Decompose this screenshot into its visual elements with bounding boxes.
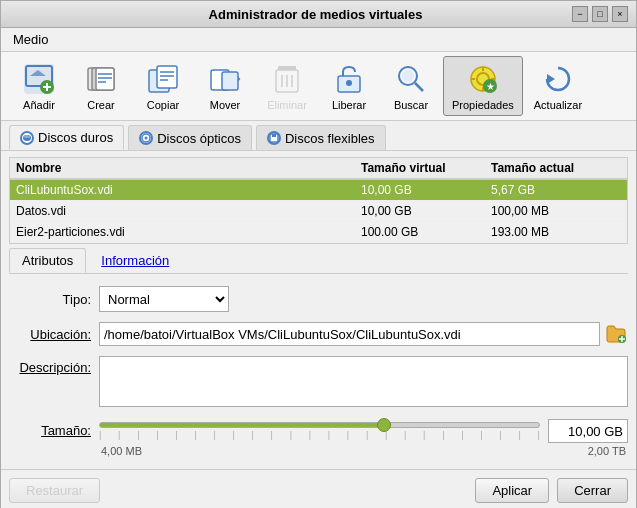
descripcion-label: Descripción: xyxy=(9,356,99,375)
svg-point-24 xyxy=(346,80,352,86)
floppy-icon xyxy=(267,131,281,145)
free-icon xyxy=(331,61,367,97)
add-icon xyxy=(21,61,57,97)
table-row[interactable]: Eier2-particiones.vdi 100.00 GB 193.00 M… xyxy=(10,222,627,243)
row2-name: Datos.vdi xyxy=(16,204,361,218)
table-row[interactable]: Datos.vdi 10,00 GB 100,00 MB xyxy=(10,201,627,222)
remove-icon xyxy=(269,61,305,97)
search-label: Buscar xyxy=(394,99,428,111)
props-icon: ★ xyxy=(465,61,501,97)
col-virtual: Tamaño virtual xyxy=(361,161,491,175)
table-header: Nombre Tamaño virtual Tamaño actual xyxy=(9,157,628,179)
table-row[interactable]: CliLubuntuSox.vdi 10,00 GB 5,67 GB xyxy=(10,180,627,201)
titlebar: Administrador de medios virtuales − □ × xyxy=(1,1,636,28)
tab-discos-duros[interactable]: Discos duros xyxy=(9,125,124,150)
ubicacion-row: Ubicación: xyxy=(9,322,628,346)
slider-container: | | | | | | | | | | | | | xyxy=(99,422,540,440)
right-buttons: Aplicar Cerrar xyxy=(475,478,628,503)
ubicacion-label: Ubicación: xyxy=(9,327,99,342)
move-button[interactable]: Mover xyxy=(195,56,255,116)
media-tabs: Discos duros Discos ópticos Discos flexi… xyxy=(1,121,636,151)
svg-text:★: ★ xyxy=(485,81,494,92)
close-dialog-button[interactable]: Cerrar xyxy=(557,478,628,503)
col-nombre: Nombre xyxy=(16,161,361,175)
move-icon xyxy=(207,61,243,97)
remove-label: Eliminar xyxy=(267,99,307,111)
row3-name: Eier2-particiones.vdi xyxy=(16,225,361,239)
tab-discos-duros-label: Discos duros xyxy=(38,130,113,145)
bottom-bar: Restaurar Aplicar Cerrar xyxy=(1,469,636,508)
slider-min-label: 4,00 MB xyxy=(101,445,142,457)
col-actual: Tamaño actual xyxy=(491,161,621,175)
menubar: Medio xyxy=(1,28,636,52)
copy-label: Copiar xyxy=(147,99,179,111)
restore-button[interactable]: □ xyxy=(592,6,608,22)
copy-icon xyxy=(145,61,181,97)
add-button[interactable]: Añadir xyxy=(9,56,69,116)
search-button[interactable]: Buscar xyxy=(381,56,441,116)
refresh-label: Actualizar xyxy=(534,99,582,111)
row2-actual: 100,00 MB xyxy=(491,204,621,218)
ubicacion-input[interactable] xyxy=(99,322,600,346)
toolbar: Añadir Crear xyxy=(1,52,636,121)
main-window: Administrador de medios virtuales − □ × … xyxy=(0,0,637,508)
row1-virtual: 10,00 GB xyxy=(361,183,491,197)
remove-button[interactable]: Eliminar xyxy=(257,56,317,116)
subtab-informacion[interactable]: Información xyxy=(88,248,182,273)
restore-button[interactable]: Restaurar xyxy=(9,478,100,503)
tamanio-label: Tamaño: xyxy=(9,419,99,438)
free-label: Liberar xyxy=(332,99,366,111)
props-button[interactable]: ★ Propiedades xyxy=(443,56,523,116)
row1-name: CliLubuntuSox.vdi xyxy=(16,183,361,197)
tab-discos-flexibles-label: Discos flexibles xyxy=(285,131,375,146)
svg-line-26 xyxy=(415,83,423,91)
main-content: Nombre Tamaño virtual Tamaño actual CliL… xyxy=(1,151,636,469)
slider-labels: 4,00 MB 2,00 TB xyxy=(99,445,628,457)
folder-icon[interactable] xyxy=(604,322,628,346)
apply-button[interactable]: Aplicar xyxy=(475,478,549,503)
free-button[interactable]: Liberar xyxy=(319,56,379,116)
tipo-label: Tipo: xyxy=(9,292,99,307)
ubicacion-field-wrapper xyxy=(99,322,628,346)
descripcion-textarea[interactable] xyxy=(99,356,628,407)
row2-virtual: 10,00 GB xyxy=(361,204,491,218)
close-button[interactable]: × xyxy=(612,6,628,22)
svg-marker-36 xyxy=(547,74,555,84)
menu-medio[interactable]: Medio xyxy=(9,30,52,49)
slider-thumb[interactable] xyxy=(377,418,391,432)
svg-point-40 xyxy=(145,137,148,140)
search-icon xyxy=(393,61,429,97)
slider-track xyxy=(99,422,540,428)
size-input[interactable] xyxy=(548,419,628,443)
tab-discos-opticos[interactable]: Discos ópticos xyxy=(128,125,252,150)
create-button[interactable]: Crear xyxy=(71,56,131,116)
tipo-row: Tipo: Normal xyxy=(9,286,628,312)
slider-wrapper: | | | | | | | | | | | | | xyxy=(99,419,628,457)
subtab-atributos[interactable]: Atributos xyxy=(9,248,86,273)
tab-discos-flexibles[interactable]: Discos flexibles xyxy=(256,125,386,150)
move-label: Mover xyxy=(210,99,241,111)
disk-table: Nombre Tamaño virtual Tamaño actual CliL… xyxy=(9,157,628,244)
row3-actual: 193.00 MB xyxy=(491,225,621,239)
svg-rect-7 xyxy=(96,68,114,90)
svg-rect-42 xyxy=(272,134,276,137)
props-label: Propiedades xyxy=(452,99,514,111)
copy-button[interactable]: Copiar xyxy=(133,56,193,116)
tab-discos-opticos-label: Discos ópticos xyxy=(157,131,241,146)
row1-actual: 5,67 GB xyxy=(491,183,621,197)
create-icon xyxy=(83,61,119,97)
add-label: Añadir xyxy=(23,99,55,111)
slider-ticks: | | | | | | | | | | | | | xyxy=(99,430,540,440)
refresh-button[interactable]: Actualizar xyxy=(525,56,591,116)
window-controls: − □ × xyxy=(572,6,628,22)
descripcion-row: Descripción: xyxy=(9,356,628,407)
table-body: CliLubuntuSox.vdi 10,00 GB 5,67 GB Datos… xyxy=(9,179,628,244)
hdd-icon xyxy=(20,131,34,145)
tipo-select[interactable]: Normal xyxy=(99,286,229,312)
tamanio-row: Tamaño: | | | | | | xyxy=(9,419,628,457)
minimize-button[interactable]: − xyxy=(572,6,588,22)
slider-max-label: 2,00 TB xyxy=(588,445,626,457)
window-title: Administrador de medios virtuales xyxy=(59,7,572,22)
svg-point-38 xyxy=(24,135,31,138)
subtabs: Atributos Información xyxy=(9,248,628,274)
